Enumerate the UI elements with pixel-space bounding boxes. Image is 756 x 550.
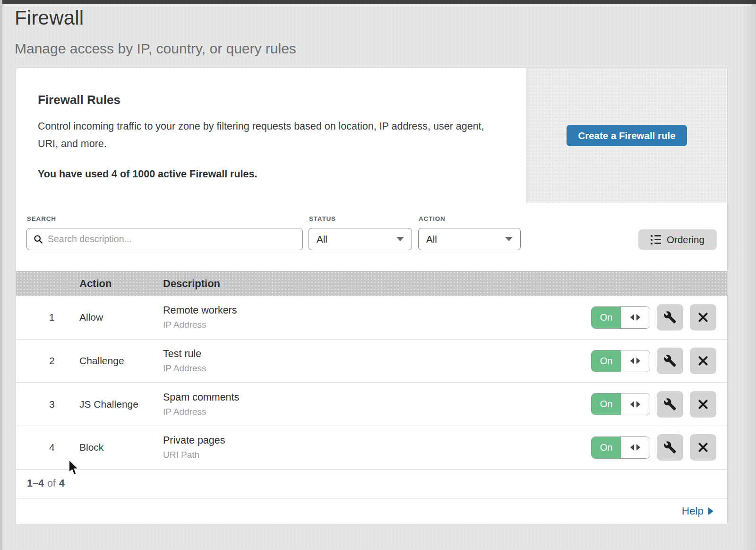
rule-controls: On <box>591 348 716 374</box>
edit-rule-button[interactable] <box>657 304 683 331</box>
toggle-on-label: On <box>592 307 621 328</box>
x-icon <box>697 398 709 410</box>
search-icon <box>34 235 43 244</box>
table-row: 4 Block Private pages URI Path On <box>16 426 727 470</box>
delete-rule-button[interactable] <box>690 348 716 374</box>
toggle-handle-arrows-icon <box>621 307 650 328</box>
rule-match-type: IP Address <box>163 320 237 330</box>
rule-enabled-toggle[interactable]: On <box>591 350 650 372</box>
window-left-edge <box>0 0 2 550</box>
rule-priority: 1 <box>49 312 55 323</box>
wrench-icon <box>663 354 677 367</box>
search-label: SEARCH <box>27 215 56 222</box>
rule-priority: 4 <box>49 442 55 453</box>
delete-rule-button[interactable] <box>690 391 716 418</box>
firewall-page: Firewall Manage access by IP, country, o… <box>0 0 756 550</box>
window-right-edge <box>742 0 756 550</box>
ordering-button[interactable]: Ordering <box>638 229 717 250</box>
window-top-edge <box>0 0 756 4</box>
toggle-handle-arrows-icon <box>621 437 650 458</box>
column-header-description: Description <box>163 278 220 290</box>
rule-enabled-toggle[interactable]: On <box>591 393 650 415</box>
table-row: 2 Challenge Test rule IP Address On <box>16 340 727 383</box>
x-icon <box>697 441 709 454</box>
pagination-of-label: of <box>47 478 56 489</box>
section-description: Control incoming traffic to your zone by… <box>38 118 484 153</box>
toggle-on-label: On <box>592 393 621 415</box>
table-row: 1 Allow Remote workers IP Address On <box>16 296 727 340</box>
action-select[interactable]: All <box>418 228 521 250</box>
help-bar: Help <box>16 498 727 524</box>
rule-enabled-toggle[interactable]: On <box>591 437 650 459</box>
rule-description: Private pages <box>163 435 225 446</box>
create-firewall-rule-button[interactable]: Create a Firewall rule <box>567 125 687 146</box>
section-title: Firewall Rules <box>38 93 498 107</box>
rule-controls: On <box>591 391 716 418</box>
rule-controls: On <box>591 304 716 331</box>
toggle-on-label: On <box>592 437 621 458</box>
x-icon <box>697 355 709 367</box>
usage-note: You have used 4 of 1000 active Firewall … <box>38 168 498 180</box>
rule-action: Allow <box>79 312 103 323</box>
edit-rule-button[interactable] <box>657 348 683 374</box>
rule-description: Test rule <box>163 348 206 360</box>
intro-text-panel: Firewall Rules Control incoming traffic … <box>16 68 526 203</box>
intro-section: Firewall Rules Control incoming traffic … <box>16 68 727 203</box>
wrench-icon <box>663 441 677 454</box>
help-link-label: Help <box>682 505 704 517</box>
page-title: Firewall <box>15 7 296 29</box>
status-select[interactable]: All <box>309 228 412 250</box>
rule-action: Block <box>79 442 103 453</box>
search-input[interactable] <box>48 234 296 244</box>
table-row: 3 JS Challenge Spam comments IP Address … <box>16 383 727 426</box>
search-box[interactable] <box>26 228 303 250</box>
help-link[interactable]: Help <box>682 505 713 517</box>
wrench-icon <box>663 398 677 411</box>
page-header: Firewall Manage access by IP, country, o… <box>15 7 296 57</box>
ordering-button-label: Ordering <box>667 234 704 245</box>
rule-match-type: IP Address <box>163 363 206 374</box>
rule-match-type: IP Address <box>163 407 239 417</box>
pagination-total: 4 <box>59 478 65 489</box>
x-icon <box>697 311 709 323</box>
toggle-on-label: On <box>592 350 621 372</box>
intro-action-panel: Create a Firewall rule <box>526 68 727 203</box>
column-header-action: Action <box>79 278 112 290</box>
pagination-range: 1–4 <box>27 478 44 489</box>
edit-rule-button[interactable] <box>657 434 683 461</box>
table-header: Action Description <box>16 271 727 296</box>
edit-rule-button[interactable] <box>657 391 683 418</box>
action-select-value: All <box>426 234 437 245</box>
rule-enabled-toggle[interactable]: On <box>591 306 650 329</box>
action-label: ACTION <box>419 215 446 222</box>
delete-rule-button[interactable] <box>690 304 716 331</box>
status-label: STATUS <box>309 215 336 222</box>
rule-description: Spam comments <box>163 392 239 403</box>
firewall-rules-card: Firewall Rules Control incoming traffic … <box>16 68 728 525</box>
toggle-handle-arrows-icon <box>621 350 650 372</box>
chevron-down-icon <box>505 237 513 241</box>
rule-action: JS Challenge <box>79 399 138 410</box>
rule-match-type: URI Path <box>163 450 225 460</box>
delete-rule-button[interactable] <box>690 434 716 461</box>
page-subtitle: Manage access by IP, country, or query r… <box>15 41 296 57</box>
right-triangle-icon <box>708 507 713 515</box>
rule-priority: 3 <box>49 399 55 410</box>
status-select-value: All <box>317 234 327 245</box>
ordered-list-icon <box>651 235 661 244</box>
rule-controls: On <box>591 434 716 461</box>
rule-description: Remote workers <box>163 305 237 316</box>
rule-action: Challenge <box>79 355 124 367</box>
rule-priority: 2 <box>49 355 55 367</box>
wrench-icon <box>663 311 677 324</box>
filters-bar: SEARCH STATUS All ACTION All <box>16 203 727 271</box>
toggle-handle-arrows-icon <box>621 393 650 415</box>
pagination-bar: 1–4 of 4 <box>16 470 727 498</box>
chevron-down-icon <box>396 237 404 241</box>
